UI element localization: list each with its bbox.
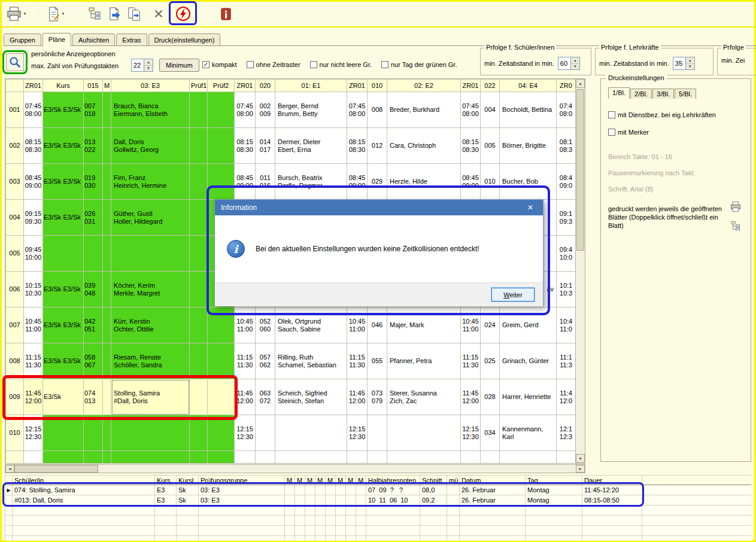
cell-marker[interactable] (103, 343, 111, 379)
cell-student-names[interactable]: Harrer, Henriette (500, 379, 557, 415)
cell-number[interactable]: 025 (481, 343, 500, 379)
tab-extras[interactable]: Extras (116, 34, 147, 45)
cell-marker[interactable] (103, 92, 111, 128)
cell-schnitt[interactable] (420, 516, 447, 526)
new-document-dropdown-icon[interactable]: ▼ (62, 12, 65, 16)
cell-pruef1[interactable] (190, 236, 208, 272)
cell-schnitt[interactable]: 08,0 (420, 485, 447, 495)
cell-m[interactable] (295, 495, 305, 506)
cell-kurs[interactable] (43, 451, 84, 464)
cell-student-names[interactable]: Cara, Christoph (387, 128, 461, 164)
cell-student-names[interactable] (111, 236, 190, 272)
cell-m[interactable] (305, 495, 315, 506)
cell-pruef2[interactable] (208, 92, 235, 128)
cell-number[interactable]: 026 031 (84, 200, 103, 236)
cell-kurs[interactable]: E3/Sk E3/Sk (43, 128, 84, 164)
cell-number[interactable]: 029 (368, 164, 387, 200)
cell-number[interactable]: 073 079 (368, 379, 387, 415)
cell-time[interactable]: 12:45 (461, 451, 481, 464)
vertical-scrollbar[interactable]: ▲ ▼ (575, 79, 585, 463)
cell-student-names[interactable]: Rilling, Ruth Schamel, Sebastian (275, 343, 347, 379)
cell-m[interactable] (336, 516, 346, 526)
cell-filler[interactable] (642, 485, 752, 495)
cell-m[interactable] (315, 506, 326, 516)
cell-kurs[interactable]: E3/Sk E3/Sk (43, 343, 84, 379)
max-takte-spinner[interactable]: 22 ▲▼ (131, 59, 153, 72)
cell-m[interactable] (295, 526, 305, 536)
cell-kurs[interactable] (155, 526, 177, 536)
cell-student-names[interactable]: Breder, Burkhard (387, 92, 461, 128)
cell-time[interactable]: 11:1 11:3 (557, 343, 576, 379)
cell-number[interactable] (84, 236, 103, 272)
cell-time[interactable]: 09:15 09:30 (24, 200, 43, 236)
cell-time[interactable]: 07:45 08:00 (24, 92, 43, 128)
cell-student-names[interactable]: Herzle, Hilde (387, 164, 461, 200)
cell-m[interactable] (285, 495, 295, 506)
cell-number[interactable]: 013 022 (84, 128, 103, 164)
cell-student-names[interactable]: Bursch, Beatrix Dorfle, Dagmar (275, 164, 347, 200)
cell-time[interactable]: 10:15 10:30 (24, 272, 43, 307)
cell-kursleiter[interactable]: Sk (177, 495, 199, 506)
cell-halbjahresnoten[interactable] (366, 526, 420, 536)
cell-m[interactable] (285, 526, 295, 536)
spinner-up-icon[interactable]: ▲ (144, 59, 153, 66)
cell-tag[interactable]: Montag (526, 495, 582, 506)
cell-filler[interactable] (642, 526, 752, 536)
cell-m[interactable] (346, 526, 356, 536)
cell-mue[interactable] (447, 485, 460, 495)
cell-student-names[interactable]: Berger, Bernd Brumm, Betty (275, 92, 347, 128)
cell-mue[interactable] (447, 516, 460, 526)
cell-datum[interactable] (460, 536, 526, 541)
cell-number[interactable]: 005 (481, 128, 500, 164)
row-marker[interactable] (5, 526, 13, 536)
cell-tag[interactable] (526, 506, 582, 516)
cell-m[interactable] (326, 536, 336, 541)
cell-m[interactable] (346, 495, 356, 506)
cell-pruef2[interactable] (208, 307, 235, 343)
cell-m[interactable] (315, 536, 326, 541)
cell-m[interactable] (285, 536, 295, 541)
cell-time[interactable]: 08:45 09:00 (461, 164, 481, 200)
cell-student-names[interactable]: Scheich, Sigfried Steinich, Stefan (275, 379, 347, 415)
cell-dauer[interactable]: 08:15-08:50 (582, 495, 642, 506)
cell-marker[interactable] (103, 451, 111, 464)
cell-time[interactable]: 08:45 09:00 (347, 164, 368, 200)
cell-pruef2[interactable] (208, 415, 235, 451)
cell-dauer[interactable]: 11:45-12:20 (582, 485, 642, 495)
scroll-left-icon[interactable]: ◄ (5, 465, 14, 473)
cell-dauer[interactable] (582, 526, 642, 536)
print-sheets-button[interactable] (729, 201, 742, 213)
cell-student-names[interactable]: Riesam, Renate Schöller, Sandra (111, 343, 190, 379)
dialog-close-button[interactable]: ✕ (524, 203, 537, 212)
cell-student-names[interactable]: Bucher, Bob (500, 164, 557, 200)
cell-number[interactable]: 024 (481, 307, 500, 343)
structure-button[interactable] (87, 4, 102, 24)
cell-datum[interactable]: 26. Februar (460, 495, 526, 506)
cell-number[interactable] (256, 451, 275, 464)
cell-time[interactable]: 10:45 11:00 (235, 307, 256, 343)
cell-m[interactable] (326, 526, 336, 536)
cell-number[interactable]: 057 062 (256, 343, 275, 379)
cell-student-names[interactable]: Pfanner, Petra (387, 343, 461, 379)
vertical-scrollbar-thumb[interactable] (576, 89, 584, 251)
cell-m[interactable] (336, 506, 346, 516)
cell-time[interactable]: 10:4 11:0 (557, 307, 576, 343)
cell-student-names[interactable]: Stolling, Samira #Dall, Doris (111, 379, 190, 415)
cell-tag[interactable] (526, 526, 582, 536)
cell-m[interactable] (356, 516, 366, 526)
cell-time[interactable]: 11:15 11:30 (235, 343, 256, 379)
cell-m[interactable] (315, 526, 326, 536)
cell-pruef2[interactable] (208, 343, 235, 379)
cell-marker[interactable] (103, 307, 111, 343)
cell-number[interactable]: 055 (368, 343, 387, 379)
cell-time[interactable]: 08:45 09:00 (24, 164, 43, 200)
cell-pruef2[interactable] (208, 451, 235, 464)
delete-button[interactable] (151, 4, 166, 24)
cell-kurs[interactable] (155, 506, 177, 516)
cell-marker[interactable] (103, 164, 111, 200)
cell-number[interactable]: 008 (368, 92, 387, 128)
cell-m[interactable] (336, 536, 346, 541)
cell-time[interactable]: 12:15 12:30 (461, 415, 481, 451)
spinner-down-icon[interactable]: ▼ (571, 64, 579, 70)
checkbox-box[interactable] (310, 61, 317, 68)
